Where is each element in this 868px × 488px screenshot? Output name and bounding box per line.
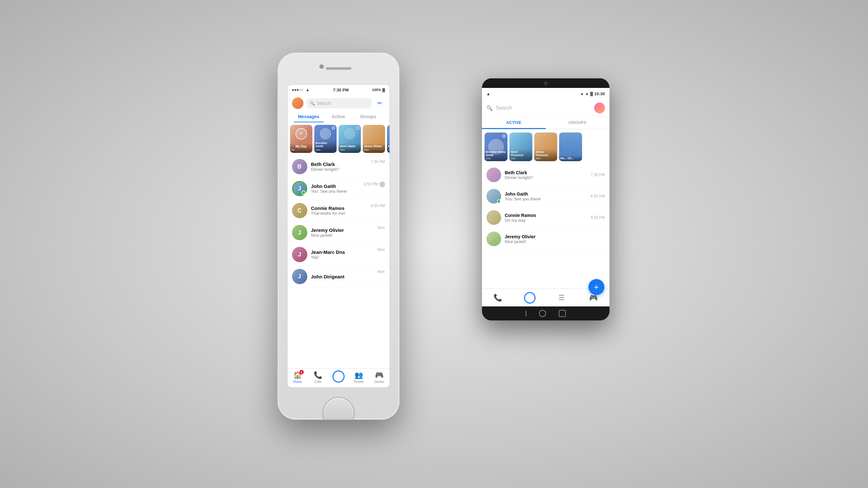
- ios-msg-content-john-dir: John Dirigeant: [311, 274, 374, 279]
- ios-nav-games-label: Games: [374, 380, 384, 384]
- android-msg-preview-0: Dinner tonight?: [505, 175, 587, 180]
- ios-story-myday[interactable]: + My Day 5m: [290, 125, 312, 153]
- android-msg-item-0[interactable]: Beth Clark Dinner tonight? 7:30 PM: [482, 164, 610, 186]
- android-nav-phone[interactable]: 📞: [490, 290, 505, 305]
- android-tab-active[interactable]: ACTIVE: [482, 117, 546, 129]
- ios-story-dot-brendan: [332, 126, 335, 130]
- ios-nav-home[interactable]: 🏠 Home: [287, 371, 308, 384]
- ios-story-henri[interactable]: Henri Watts12m: [339, 125, 361, 153]
- android-msg-preview-2: On my way: [505, 218, 587, 223]
- android-story-2[interactable]: Jenna Thomson26m: [534, 132, 557, 161]
- ios-msg-name-connie: Connie Ramos: [311, 205, 367, 211]
- android-story-label-1: Henri Thomson12m: [509, 149, 532, 161]
- android-avatar-3: [487, 232, 501, 246]
- ios-story-dot-henri: [356, 126, 359, 130]
- ios-msg-item-john-dir[interactable]: J John Dirigeant Mon: [287, 266, 390, 288]
- ios-nav-games[interactable]: 🎮 Games: [369, 371, 390, 384]
- ios-msg-item-jean[interactable]: J Jean-Marc Dns Yay! Mon: [287, 244, 390, 266]
- ios-msg-content-connie: Connie Ramos That works for me!: [311, 205, 367, 216]
- ios-tab-messages[interactable]: Messages: [294, 111, 323, 122]
- seen-icon: [379, 182, 385, 187]
- android-story-label-3: Ma... Oli...: [559, 156, 582, 161]
- android-status-bar: ▲ ▲ ▲ ▓ 10:30: [482, 88, 610, 99]
- ios-msg-name-beth: Beth Clark: [311, 162, 367, 167]
- android-avatar-1: [487, 189, 501, 203]
- android-tab-groups[interactable]: GROUPS: [546, 117, 610, 129]
- iphone-home-button[interactable]: [322, 397, 354, 419]
- ios-time: 7:30 PM: [333, 88, 349, 92]
- ios-msg-content-john: John Gaith You: See you there!: [311, 184, 360, 194]
- ios-msg-item-john[interactable]: J John Gaith You: See you there! 6:55 PM: [287, 178, 390, 200]
- android-user-avatar[interactable]: [594, 103, 605, 113]
- compose-icon: ✏: [377, 100, 382, 107]
- android-back-btn[interactable]: [526, 310, 526, 317]
- android-story-3[interactable]: Ma... Oli...: [559, 132, 582, 161]
- android-camera: [482, 78, 610, 88]
- ios-user-avatar[interactable]: [292, 97, 304, 109]
- wifi-icon: ▲: [306, 88, 310, 92]
- android-msg-preview-3: Nice jacket!: [505, 239, 601, 244]
- ios-msg-name-jean: Jean-Marc Dns: [311, 250, 374, 255]
- battery-icon: ▓: [590, 91, 593, 96]
- ios-nav-home-label: Home: [293, 380, 302, 384]
- android-msg-item-2[interactable]: Connie Ramos On my way 4:50 PM: [482, 207, 610, 228]
- android-msg-content-3: Jeremy Olivier Nice jacket!: [505, 234, 601, 244]
- android-nav-list[interactable]: ☰: [554, 290, 569, 305]
- ios-story-brendan[interactable]: Brendan Smith10m: [314, 125, 337, 153]
- ios-bottom-nav: 🏠 Home 📞 Calls 👥 People 🎮 Games: [287, 368, 390, 387]
- ios-msg-time-jeremy: Mon: [377, 226, 385, 230]
- iphone-screen: ●●●○○ ▲ 7:30 PM 100% ▓ 🔍 Search ✏: [287, 85, 390, 387]
- android-msg-item-3[interactable]: Jeremy Olivier Nice jacket!: [482, 228, 610, 250]
- ios-msg-name-john: John Gaith: [311, 184, 360, 189]
- ios-msg-name-jeremy: Jeremy Olivier: [311, 227, 374, 233]
- ios-story-math[interactable]: Math...24m: [387, 125, 390, 153]
- android-stories: Brendan Watts Smith10m Henri Thomson12m …: [482, 129, 610, 164]
- ios-avatar-john: J: [292, 181, 307, 196]
- android-home-btn[interactable]: [539, 310, 546, 317]
- ios-story-label-jenna: Jenna Olivier26m: [363, 143, 385, 153]
- ios-compose-button[interactable]: ✏: [375, 98, 385, 108]
- ios-msg-content-jeremy: Jeremy Olivier Nice jacket!: [311, 227, 374, 238]
- ios-battery-label: 100%: [372, 88, 381, 92]
- iphone-speaker: [326, 67, 351, 70]
- ios-story-label-myday: My Day 5m: [290, 143, 312, 153]
- people-nav-icon: 👥: [354, 371, 363, 379]
- ios-stories: + My Day 5m Brendan Smith10m: [287, 122, 390, 156]
- ios-nav-people[interactable]: 👥 People: [349, 371, 369, 384]
- android-story-0[interactable]: Brendan Watts Smith10m: [485, 132, 507, 161]
- android-phone: ▲ ▲ ▲ ▓ 10:30 🔍 Search ACTIVE GROUPS: [482, 78, 610, 320]
- android-msg-name-0: Beth Clark: [505, 170, 587, 175]
- android-message-list: Beth Clark Dinner tonight? 7:30 PM John …: [482, 164, 610, 289]
- ios-tab-groups[interactable]: Groups: [353, 111, 383, 122]
- ios-msg-content-jean: Jean-Marc Dns Yay!: [311, 250, 374, 260]
- phone-icon: 📞: [493, 294, 502, 302]
- ios-tab-active[interactable]: Active: [323, 111, 353, 122]
- android-fab[interactable]: +: [588, 279, 604, 295]
- android-search-input[interactable]: Search: [496, 105, 591, 111]
- ios-msg-item-connie[interactable]: C Connie Ramos That works for me! 4:50 P…: [287, 200, 390, 222]
- android-msg-item-1[interactable]: John Gaith You: See you there! 6:55 PM: [482, 186, 610, 207]
- home-nav-icon: 🏠: [293, 371, 302, 379]
- android-story-1[interactable]: Henri Thomson12m: [509, 132, 532, 161]
- ios-online-dot-john: [302, 191, 306, 195]
- android-nav-home[interactable]: [522, 290, 537, 305]
- list-icon: ☰: [558, 294, 565, 302]
- ios-msg-item-beth[interactable]: B Beth Clark Dinner tonight? 7:30 PM: [287, 156, 390, 178]
- android-msg-content-2: Connie Ramos On my way: [505, 213, 587, 223]
- ios-avatar-john-dir: J: [292, 269, 307, 284]
- ios-nav-messenger[interactable]: [328, 372, 349, 383]
- games-nav-icon: 🎮: [375, 371, 383, 379]
- ios-msg-preview-beth: Dinner tonight?: [311, 167, 367, 172]
- ios-story-jenna[interactable]: Jenna Olivier26m: [363, 125, 385, 153]
- ios-search-box[interactable]: 🔍 Search: [307, 98, 372, 108]
- ios-msg-item-jeremy[interactable]: J Jeremy Olivier Nice jacket! Mon: [287, 222, 390, 244]
- android-recents-btn[interactable]: [559, 310, 566, 317]
- ios-nav-people-label: People: [354, 380, 364, 384]
- ios-msg-name-john-dir: John Dirigeant: [311, 274, 374, 279]
- ios-msg-preview-connie: That works for me!: [311, 211, 367, 216]
- ios-nav-calls[interactable]: 📞 Calls: [308, 371, 328, 384]
- signal-icon: ▲: [580, 91, 584, 96]
- android-msg-content-0: Beth Clark Dinner tonight?: [505, 170, 587, 180]
- scene: ▲ ▲ ▲ ▓ 10:30 🔍 Search ACTIVE GROUPS: [259, 53, 610, 435]
- iphone-top-bar: [278, 53, 399, 85]
